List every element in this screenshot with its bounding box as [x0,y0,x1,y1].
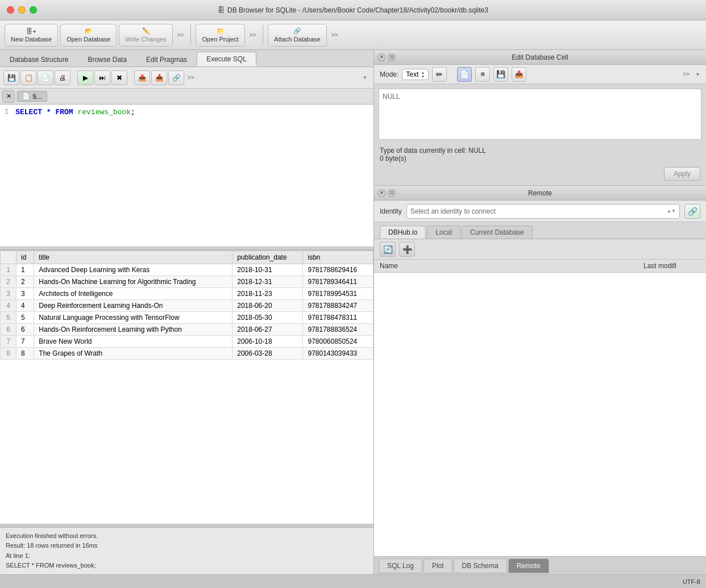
cell-title: Brave New World [34,336,232,348]
cell-date: 2018-06-27 [232,324,303,336]
sql-toolbar-chevron[interactable]: >> [185,72,197,83]
attach-database-label: Attach Database [274,36,320,43]
cell-id: 3 [16,288,34,300]
remote-col-modified: Last modifi [643,262,700,270]
new-database-icon: 🗄+ [26,28,36,35]
left-panel: Database Structure Browse Data Edit Prag… [0,50,374,574]
col-header-isbn: isbn [303,251,373,264]
remote-close-btn[interactable]: ✕ [377,189,385,197]
cell-title: Natural Language Processing with TensorF… [34,312,232,324]
new-database-button[interactable]: 🗄+ New Database [5,24,58,47]
cell-title: Advanced Deep Learning with Keras [34,264,232,276]
remote-refresh-button[interactable]: 🔄 [380,242,396,257]
remote-add-button[interactable]: ➕ [399,242,415,257]
cell-content[interactable]: NULL [379,89,701,140]
open-project-icon: 📁 [217,27,225,35]
bottom-tab-plot[interactable]: Plot [423,558,452,573]
sql-content-1: SELECT * FROM reviews_book; [15,108,135,116]
row-num: 1 [1,264,16,276]
sql-copy-button[interactable]: 📋 [20,70,36,85]
status-footer: UTF-8 [0,574,706,588]
table-row[interactable]: 7 7 Brave New World 2006-10-18 978006085… [1,336,373,348]
window-controls[interactable] [7,6,37,14]
identity-select[interactable]: Select an identity to connect ▲▼ [406,204,680,219]
table-row[interactable]: 3 3 Architects of Intelligence 2018-11-2… [1,288,373,300]
tab-edit-pragmas[interactable]: Edit Pragmas [136,52,197,66]
sql-paste-button[interactable]: 📄 [38,70,53,85]
close-tab-button[interactable]: ✕ [2,90,15,103]
remote-panel: ✕ ⊡ Remote Identity Select an identity t… [374,186,706,574]
sql-link-button[interactable]: 🔗 [168,70,184,85]
maximize-button[interactable] [30,6,37,14]
identity-label: Identity [380,207,402,215]
sql-print-button[interactable]: 🖨 [55,70,70,85]
tab-database-structure[interactable]: Database Structure [0,52,78,66]
row-num: 6 [1,324,16,336]
cell-editor-panel: ✕ ⊡ Edit Database Cell Mode: Text ▲▼ ✏ 📄… [374,50,706,186]
table-row[interactable]: 5 5 Natural Language Processing with Ten… [1,312,373,324]
bottom-tab-db-schema[interactable]: DB Schema [454,558,507,573]
open-database-button[interactable]: 📂 Open Database [60,24,117,47]
mode-text-button[interactable]: 📄 [457,67,472,82]
toolbar-chevron-2[interactable]: >> [247,30,259,40]
toolbar-separator-2 [263,25,263,45]
toolbar-chevron-1[interactable]: >> [175,30,186,40]
tab-browse-data[interactable]: Browse Data [78,52,136,66]
table-row[interactable]: 1 1 Advanced Deep Learning with Keras 20… [1,264,373,276]
row-num: 7 [1,336,16,348]
identity-connect-button[interactable]: 🔗 [684,204,700,219]
cell-isbn: 9781789346411 [303,276,373,288]
remote-header: ✕ ⊡ Remote [374,186,706,201]
identity-bar: Identity Select an identity to connect ▲… [374,201,706,222]
open-project-button[interactable]: 📁 Open Project [196,24,244,47]
mode-bar-chevron[interactable]: >> [680,69,692,80]
table-row[interactable]: 2 2 Hands-On Machine Learning for Algori… [1,276,373,288]
attach-database-button[interactable]: 🔗 Attach Database [268,24,326,47]
results-area: id title publication_date isbn 1 1 Advan… [0,250,373,524]
cell-id: 7 [16,336,34,348]
minimize-button[interactable] [18,6,26,14]
remote-tab-current-db[interactable]: Current Database [462,226,533,239]
main-toolbar: 🗄+ New Database 📂 Open Database ✏️ Write… [0,20,706,50]
panel-close-btn[interactable]: ✕ [377,53,385,61]
apply-button[interactable]: Apply [664,167,700,181]
open-database-label: Open Database [67,36,110,43]
col-header-id: id [16,251,34,264]
table-row[interactable]: 4 4 Deep Reinforcement Learning Hands-On… [1,300,373,312]
toolbar-chevron-3[interactable]: >> [329,30,340,40]
mode-arrows-icon: ▲▼ [421,70,425,78]
panel-float-btn[interactable]: ⊡ [388,53,396,61]
table-row[interactable]: 6 6 Hands-On Reinforcement Learning with… [1,324,373,336]
file-tabs: ✕ 📄 S... [0,89,373,105]
remote-tab-local[interactable]: Local [427,226,460,239]
sql-run-button[interactable]: ▶ [77,70,93,85]
bottom-tab-sql-log[interactable]: SQL Log [379,558,422,573]
file-tab-name: S... [32,93,42,100]
table-row[interactable]: 8 8 The Grapes of Wrath 2006-03-28 97801… [1,348,373,360]
cell-title: Hands-On Reinforcement Learning with Pyt… [34,324,232,336]
panel-controls: ✕ ⊡ [377,53,396,61]
sql-file-tab[interactable]: 📄 S... [17,91,47,102]
sql-save-button[interactable]: 💾 [3,70,19,85]
main-content: Database Structure Browse Data Edit Prag… [0,50,706,574]
cell-id: 2 [16,276,34,288]
sql-toolbar: 💾 📋 📄 🖨 ▶ ⏭ ✖ 📤 📥 🔗 >> ▼ [0,67,373,89]
close-button[interactable] [7,6,14,14]
window-title-text: DB Browser for SQLite - /Users/ben/Bookr… [227,6,488,14]
remote-float-btn[interactable]: ⊡ [388,189,396,197]
tab-execute-sql[interactable]: Execute SQL [197,52,256,66]
mode-select[interactable]: Text ▲▼ [402,69,429,80]
bottom-tab-remote[interactable]: Remote [508,558,549,573]
write-changes-button[interactable]: ✏️ Write Changes [119,24,173,47]
sql-import-button[interactable]: 📥 [151,70,167,85]
sql-stop-button[interactable]: ✖ [111,70,127,85]
sql-editor[interactable]: 1 SELECT * FROM reviews_book; [0,105,373,247]
sql-run-next-button[interactable]: ⏭ [94,70,110,85]
remote-col-name: Name [380,262,643,270]
mode-save-button[interactable]: 💾 [493,67,508,82]
sql-export-button[interactable]: 📤 [134,70,150,85]
mode-export-button[interactable]: 📤 [512,67,526,82]
remote-tab-dbhub[interactable]: DBHub.io [380,226,426,239]
mode-edit-button[interactable]: ✏ [432,67,447,82]
mode-list-button[interactable]: ≡ [475,67,490,82]
